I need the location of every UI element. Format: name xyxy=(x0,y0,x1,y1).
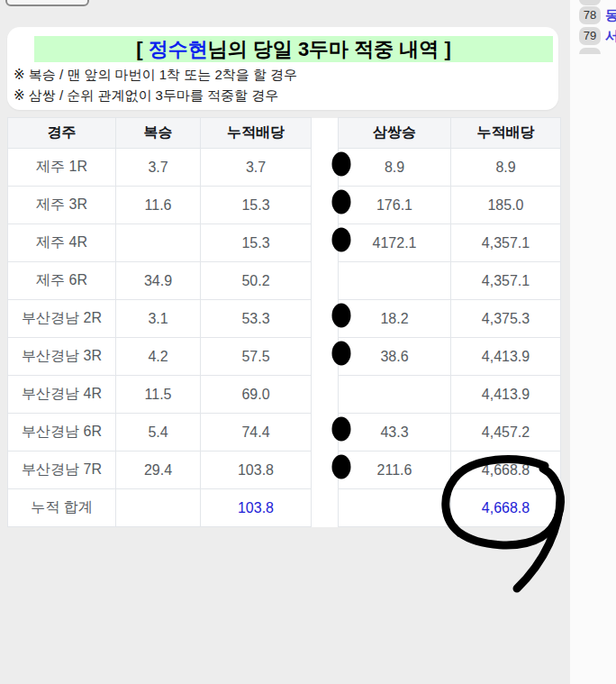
table-cell: 부산경남 2R xyxy=(8,300,116,338)
table-cell: 4,457.2 xyxy=(451,414,561,451)
table-spacer-cell xyxy=(312,414,339,451)
column-header-race: 경주 xyxy=(8,118,116,149)
table-cell: 제주 3R xyxy=(8,187,116,224)
table-spacer-cell xyxy=(312,118,339,149)
table-cell: 4,357.1 xyxy=(451,224,561,262)
column-header-boksung: 복승 xyxy=(116,118,201,149)
table-row: 제주 3R11.615.3176.1185.0 xyxy=(8,187,561,224)
page-title: [ 정수현님의 당일 3두마 적중 내역 ] xyxy=(34,36,553,62)
title-username: 정수현 xyxy=(149,38,208,60)
table-cell: 176.1 xyxy=(339,187,451,224)
table-cell: 4,668.8 xyxy=(451,451,561,489)
table-header-row: 경주 복승 누적배당 삼쌍승 누적배당 xyxy=(8,118,561,149)
race-number-badge: 79 xyxy=(579,27,601,45)
table-cell: 3.1 xyxy=(116,300,201,338)
table-cell: 211.6 xyxy=(339,451,451,489)
sidebar-race-list: 78 동 79 서 xyxy=(570,0,616,54)
table-cell xyxy=(116,489,201,527)
table-row: 누적 합계103.84,668.8 xyxy=(8,489,561,527)
column-header-cumulative-1: 누적배당 xyxy=(201,118,312,149)
table-row: 부산경남 7R29.4103.8211.64,668.8 xyxy=(8,451,561,489)
table-cell: 3.7 xyxy=(116,149,201,187)
results-table: 경주 복승 누적배당 삼쌍승 누적배당 제주 1R3.73.78.98.9제주 … xyxy=(7,117,561,527)
table-cell: 4,668.8 xyxy=(451,489,561,527)
sidebar-item-partial-bottom[interactable] xyxy=(579,48,601,54)
table-cell: 53.3 xyxy=(201,300,312,338)
table-cell: 8.9 xyxy=(339,149,451,187)
table-row: 부산경남 2R3.153.318.24,375.3 xyxy=(8,300,561,338)
note-boksung-rule: ※ 복승 / 맨 앞의 마번이 1착 또는 2착을 할 경우 xyxy=(14,67,297,84)
right-sidebar: 78 동 79 서 xyxy=(570,0,616,684)
summary-card: [ 정수현님의 당일 3두마 적중 내역 ] ※ 복승 / 맨 앞의 마번이 1… xyxy=(7,27,558,110)
table-cell: 15.3 xyxy=(201,224,312,262)
table-cell xyxy=(339,376,451,414)
table-cell: 4,375.3 xyxy=(451,300,561,338)
table-cell: 부산경남 4R xyxy=(8,376,116,414)
table-cell: 8.9 xyxy=(451,149,561,187)
table-cell: 부산경남 7R xyxy=(8,451,116,489)
table-cell: 4,413.9 xyxy=(451,338,561,376)
partial-top-button[interactable] xyxy=(5,0,89,6)
sidebar-item-79[interactable]: 79 서 xyxy=(579,27,616,45)
table-cell xyxy=(339,262,451,300)
table-spacer-cell xyxy=(312,338,339,376)
table-cell: 38.6 xyxy=(339,338,451,376)
page: 78 동 79 서 [ 정수현님의 당일 3두마 적중 내역 ] ※ 복승 / … xyxy=(0,0,616,684)
table-cell: 제주 4R xyxy=(8,224,116,262)
table-cell: 4172.1 xyxy=(339,224,451,262)
table-spacer-cell xyxy=(312,187,339,224)
title-text: 님의 당일 3두마 적중 내역 ] xyxy=(208,38,451,60)
table-cell: 11.6 xyxy=(116,187,201,224)
race-number-badge: 78 xyxy=(579,6,601,24)
table-cell: 제주 1R xyxy=(8,149,116,187)
table-cell: 부산경남 3R xyxy=(8,338,116,376)
table-cell: 부산경남 6R xyxy=(8,414,116,451)
column-header-cumulative-2: 누적배당 xyxy=(451,118,561,149)
table-cell: 103.8 xyxy=(201,489,312,527)
table-cell: 3.7 xyxy=(201,149,312,187)
table-cell: 185.0 xyxy=(451,187,561,224)
table-cell: 15.3 xyxy=(201,187,312,224)
table-cell: 50.2 xyxy=(201,262,312,300)
table-spacer-cell xyxy=(312,149,339,187)
table-cell: 11.5 xyxy=(116,376,201,414)
table-spacer-cell xyxy=(312,224,339,262)
table-spacer-cell xyxy=(312,376,339,414)
table-cell: 57.5 xyxy=(201,338,312,376)
column-header-samssang: 삼쌍승 xyxy=(339,118,451,149)
sidebar-item-partial-top[interactable] xyxy=(579,0,601,5)
sidebar-item-78[interactable]: 78 동 xyxy=(579,6,616,24)
table-spacer-cell xyxy=(312,300,339,338)
table-cell: 5.4 xyxy=(116,414,201,451)
table-spacer-cell xyxy=(312,262,339,300)
table-cell: 103.8 xyxy=(201,451,312,489)
table-row: 제주 4R15.34172.14,357.1 xyxy=(8,224,561,262)
table-row: 부산경남 6R5.474.443.34,457.2 xyxy=(8,414,561,451)
title-bracket: [ xyxy=(136,38,148,60)
table-cell xyxy=(339,489,451,527)
table-cell: 29.4 xyxy=(116,451,201,489)
table-spacer-cell xyxy=(312,489,339,527)
table-row: 부산경남 4R11.569.04,413.9 xyxy=(8,376,561,414)
table-row: 부산경남 3R4.257.538.64,413.9 xyxy=(8,338,561,376)
note-samssang-rule: ※ 삼쌍 / 순위 관계없이 3두마를 적중할 경우 xyxy=(14,87,278,105)
table-cell: 34.9 xyxy=(116,262,201,300)
table-cell: 74.4 xyxy=(201,414,312,451)
table-cell: 제주 6R xyxy=(8,262,116,300)
table-cell: 43.3 xyxy=(339,414,451,451)
table-row: 제주 6R34.950.24,357.1 xyxy=(8,262,561,300)
sidebar-item-label[interactable]: 동 xyxy=(605,7,616,24)
table-cell: 누적 합계 xyxy=(8,489,116,527)
table-cell: 4,357.1 xyxy=(451,262,561,300)
table-row: 제주 1R3.73.78.98.9 xyxy=(8,149,561,187)
results-tbody: 제주 1R3.73.78.98.9제주 3R11.615.3176.1185.0… xyxy=(8,149,561,527)
table-spacer-cell xyxy=(312,451,339,489)
table-cell: 69.0 xyxy=(201,376,312,414)
sidebar-item-label[interactable]: 서 xyxy=(605,28,616,45)
table-cell: 4,413.9 xyxy=(451,376,561,414)
table-cell xyxy=(116,224,201,262)
table-cell: 4.2 xyxy=(116,338,201,376)
table-cell: 18.2 xyxy=(339,300,451,338)
